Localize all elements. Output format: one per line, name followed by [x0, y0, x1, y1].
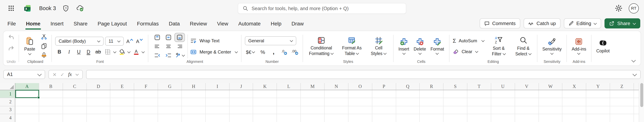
- align-top-button[interactable]: [152, 33, 162, 41]
- fill-color-button[interactable]: [118, 48, 126, 55]
- align-center-button[interactable]: [164, 42, 174, 50]
- cell-w4[interactable]: [539, 114, 562, 122]
- cell-z1[interactable]: [610, 90, 634, 98]
- cell-a2[interactable]: [15, 98, 39, 106]
- cell-l2[interactable]: [277, 98, 301, 106]
- column-header-j[interactable]: J: [230, 83, 253, 90]
- tab-view[interactable]: View: [217, 17, 228, 30]
- column-header-g[interactable]: G: [158, 83, 182, 90]
- app-launcher-icon[interactable]: [5, 2, 18, 15]
- font-color-button[interactable]: A: [132, 48, 140, 55]
- decrease-indent-button[interactable]: [152, 51, 162, 59]
- column-header-a[interactable]: A: [15, 83, 39, 90]
- cell-w3[interactable]: [539, 106, 562, 114]
- account-avatar[interactable]: RT: [629, 3, 639, 13]
- column-header-f[interactable]: F: [134, 83, 158, 90]
- cell-e3[interactable]: [110, 106, 134, 114]
- cell-o3[interactable]: [348, 106, 372, 114]
- protection-status-icon[interactable]: ?: [61, 3, 70, 13]
- column-header-b[interactable]: B: [39, 83, 63, 90]
- cell-v1[interactable]: [515, 90, 539, 98]
- cell-p2[interactable]: [372, 98, 396, 106]
- row-header-1[interactable]: 1: [0, 90, 15, 98]
- column-header-l[interactable]: L: [277, 83, 301, 90]
- cell-v3[interactable]: [515, 106, 539, 114]
- cell-s3[interactable]: [444, 106, 467, 114]
- column-header-x[interactable]: X: [562, 83, 586, 90]
- cell-d1[interactable]: [87, 90, 110, 98]
- double-underline-button[interactable]: D: [84, 48, 92, 55]
- cut-button[interactable]: [40, 33, 48, 40]
- fill-color-dropdown[interactable]: [128, 50, 131, 53]
- cell-q3[interactable]: [396, 106, 420, 114]
- cell-x4[interactable]: [562, 114, 586, 122]
- vertical-scrollbar[interactable]: [639, 83, 644, 122]
- cell-s4[interactable]: [444, 114, 467, 122]
- cell-n1[interactable]: [324, 90, 348, 98]
- cell-k3[interactable]: [253, 106, 277, 114]
- cell-f3[interactable]: [134, 106, 158, 114]
- column-header-r[interactable]: R: [420, 83, 444, 90]
- sensitivity-button[interactable]: Sensitivity: [541, 36, 563, 55]
- cell-i4[interactable]: [206, 114, 230, 122]
- copilot-button[interactable]: Copilot: [595, 38, 611, 54]
- cell-k4[interactable]: [253, 114, 277, 122]
- format-as-table-button[interactable]: Format As Table: [338, 35, 365, 57]
- cell-t1[interactable]: [467, 90, 491, 98]
- column-header-p[interactable]: P: [372, 83, 396, 90]
- confirm-entry-button[interactable]: ✓: [60, 72, 64, 77]
- align-left-button[interactable]: [152, 42, 162, 50]
- cell-n4[interactable]: [324, 114, 348, 122]
- delete-cells-button[interactable]: Delete: [412, 36, 428, 55]
- cell-v2[interactable]: [515, 98, 539, 106]
- fill-handle[interactable]: [37, 96, 40, 99]
- function-dropdown[interactable]: [76, 73, 79, 76]
- column-header-h[interactable]: H: [182, 83, 206, 90]
- column-header-k[interactable]: K: [253, 83, 277, 90]
- cell-u3[interactable]: [491, 106, 515, 114]
- document-title[interactable]: Book 3: [39, 5, 56, 11]
- cell-u4[interactable]: [491, 114, 515, 122]
- cell-z4[interactable]: [610, 114, 634, 122]
- cell-c4[interactable]: [63, 114, 87, 122]
- addins-button[interactable]: Add-ins: [570, 36, 588, 55]
- redo-button[interactable]: [7, 44, 15, 53]
- cell-y3[interactable]: [586, 106, 610, 114]
- number-format-select[interactable]: General: [245, 36, 296, 45]
- cell-h3[interactable]: [182, 106, 206, 114]
- clear-button[interactable]: Clear: [453, 48, 478, 55]
- cell-c3[interactable]: [63, 106, 87, 114]
- cell-e2[interactable]: [110, 98, 134, 106]
- cell-q2[interactable]: [396, 98, 420, 106]
- find-select-button[interactable]: Find & Select: [513, 35, 534, 57]
- column-header-t[interactable]: T: [467, 83, 491, 90]
- cell-j4[interactable]: [230, 114, 253, 122]
- borders-dropdown[interactable]: [113, 50, 116, 53]
- formula-input[interactable]: [86, 70, 641, 79]
- cell-g1[interactable]: [158, 90, 182, 98]
- cell-r1[interactable]: [420, 90, 444, 98]
- search-input[interactable]: Search for tools, help, and more (Option…: [238, 3, 406, 14]
- align-bottom-button[interactable]: [175, 33, 185, 41]
- cell-t2[interactable]: [467, 98, 491, 106]
- row-header-4[interactable]: 4: [0, 114, 15, 122]
- cell-g3[interactable]: [158, 106, 182, 114]
- cell-o2[interactable]: [348, 98, 372, 106]
- borders-button[interactable]: [104, 48, 112, 55]
- tab-insert[interactable]: Insert: [50, 17, 64, 30]
- tab-page-layout[interactable]: Page Layout: [98, 17, 127, 30]
- cell-c1[interactable]: [63, 90, 87, 98]
- cell-y4[interactable]: [586, 114, 610, 122]
- cloud-saved-icon[interactable]: [75, 3, 85, 13]
- italic-button[interactable]: I: [65, 48, 73, 55]
- cell-z3[interactable]: [610, 106, 634, 114]
- column-header-c[interactable]: C: [63, 83, 87, 90]
- name-box[interactable]: A1: [3, 70, 45, 79]
- column-header-i[interactable]: I: [206, 83, 230, 90]
- cell-m4[interactable]: [301, 114, 324, 122]
- align-right-button[interactable]: [175, 42, 185, 50]
- cell-q4[interactable]: [396, 114, 420, 122]
- strikethrough-button[interactable]: ab: [94, 48, 102, 55]
- cell-o1[interactable]: [348, 90, 372, 98]
- cell-e4[interactable]: [110, 114, 134, 122]
